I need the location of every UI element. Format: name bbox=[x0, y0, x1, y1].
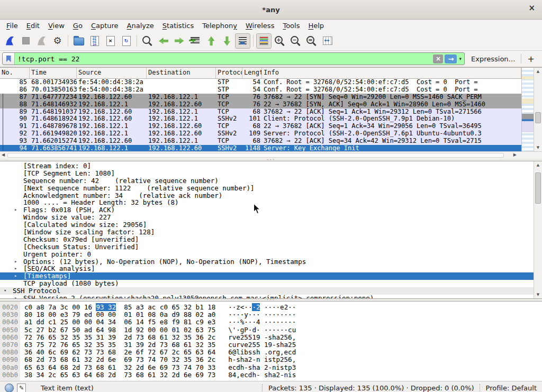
expand-right-icon[interactable]: ▸ bbox=[14, 295, 17, 298]
detail-line[interactable]: Acknowledgment number: 34 (relative ack … bbox=[0, 192, 534, 199]
column-header-info[interactable]: Info bbox=[262, 68, 521, 78]
stop-capture-icon[interactable] bbox=[18, 33, 33, 49]
go-first-icon[interactable] bbox=[203, 33, 219, 49]
filter-clear-icon[interactable]: × bbox=[433, 54, 443, 63]
resize-columns-icon[interactable] bbox=[320, 33, 335, 49]
display-filter-input[interactable]: !tcp.port == 22 × → ▾ bbox=[2, 52, 465, 65]
menu-help[interactable]: Help bbox=[304, 22, 328, 30]
start-capture-icon[interactable] bbox=[2, 33, 17, 49]
detail-line[interactable]: [TCP Segment Len: 1080] bbox=[0, 170, 534, 177]
column-header-length[interactable]: Length bbox=[242, 68, 262, 78]
detail-line[interactable]: ▸SSH Version 2 (encryption:chacha20-poly… bbox=[0, 295, 534, 298]
hex-line[interactable]: 008036 40 6c 69 62 73 73 68 2e 6f 72 67 … bbox=[0, 349, 542, 356]
open-file-icon[interactable] bbox=[71, 33, 86, 49]
hex-line[interactable]: 00505c 27 b2 67 50 ad 64 98 1d 92 00 00 … bbox=[0, 326, 542, 334]
hex-line[interactable]: 003080 18 00 e3 79 ed 00 00 01 01 08 0a … bbox=[0, 311, 542, 318]
expression-button[interactable]: Expression… bbox=[465, 55, 521, 63]
packet-row[interactable]: 9271.661949820192.168.122.1192.168.122.6… bbox=[0, 130, 521, 138]
filter-dropdown-icon[interactable]: ▾ bbox=[458, 56, 464, 61]
zoom-in-icon[interactable]: + bbox=[272, 33, 287, 49]
go-forward-icon[interactable] bbox=[171, 33, 187, 49]
scroll-up-icon[interactable]: ▲ bbox=[534, 69, 542, 74]
packet-row[interactable]: 9471.663856741192.168.122.1192.168.122.6… bbox=[0, 145, 521, 151]
packet-row[interactable]: 9171.648789678192.168.122.1192.168.122.6… bbox=[0, 123, 521, 130]
scroll-right-icon[interactable]: ▶ bbox=[513, 152, 517, 157]
menu-capture[interactable]: Capture bbox=[87, 22, 123, 30]
hex-line[interactable]: 00a065 63 64 68 2d 73 68 61 32 2d 6e 69 … bbox=[0, 364, 542, 371]
detail-line[interactable]: 1000 .... = Header Length: 32 bytes (8) bbox=[0, 199, 534, 206]
detail-line[interactable]: [Checksum Status: Unverified] bbox=[0, 243, 534, 251]
packet-row[interactable]: 9071.648618924192.168.122.60192.168.122.… bbox=[0, 115, 521, 123]
column-header-protocol[interactable]: Protocol bbox=[216, 68, 242, 78]
zoom-out-icon[interactable]: − bbox=[288, 33, 303, 49]
capture-options-icon[interactable]: ⚙ bbox=[50, 33, 65, 49]
menu-analyze[interactable]: Analyze bbox=[123, 22, 158, 30]
reload-file-icon[interactable]: ↻ bbox=[119, 33, 134, 49]
hex-line[interactable]: 006072 76 65 32 35 35 31 39 2d 73 68 61 … bbox=[0, 334, 542, 341]
detail-line[interactable]: [Next sequence number: 1122 (relative se… bbox=[0, 185, 534, 192]
menu-go[interactable]: Go bbox=[69, 22, 87, 30]
filter-add-button[interactable]: + bbox=[521, 54, 539, 64]
detail-line[interactable]: ▸[Timestamps] bbox=[0, 272, 534, 280]
scroll-thumb[interactable] bbox=[535, 172, 541, 204]
column-header-no[interactable]: No. bbox=[0, 68, 30, 78]
save-file-icon[interactable]: 0101 0110 bbox=[87, 33, 102, 49]
profile-text[interactable]: Profile: Default bbox=[486, 384, 542, 392]
column-header-source[interactable]: Source bbox=[77, 68, 147, 78]
close-icon[interactable]: × bbox=[528, 4, 535, 12]
expand-right-icon[interactable]: ▸ bbox=[14, 265, 17, 272]
detail-line[interactable]: Urgent pointer: 0 bbox=[0, 251, 534, 258]
colorize-icon[interactable] bbox=[256, 33, 272, 49]
scroll-down-icon[interactable]: ▼ bbox=[534, 293, 542, 297]
scroll-up-icon[interactable]: ▲ bbox=[534, 163, 542, 167]
expand-right-icon[interactable]: ▸ bbox=[14, 258, 17, 266]
detail-scrollbar[interactable]: ▲ ▼ bbox=[534, 161, 542, 298]
hex-line[interactable]: 0020c0 a8 7a 3c 00 16 93 32 85 a3 ac c0 … bbox=[0, 304, 542, 311]
expand-down-icon[interactable]: ▾ bbox=[4, 287, 6, 295]
detail-line[interactable]: [Stream index: 0] bbox=[0, 162, 534, 170]
menu-tools[interactable]: Tools bbox=[278, 22, 304, 30]
expert-info-icon[interactable] bbox=[5, 384, 14, 392]
detail-line[interactable]: Sequence number: 42 (relative sequence n… bbox=[0, 177, 534, 185]
auto-scroll-icon[interactable] bbox=[235, 33, 250, 49]
go-back-icon[interactable] bbox=[156, 33, 171, 49]
packet-row[interactable]: 8670.013850163fe:54:00:d4:38:2aSTP54Conf… bbox=[0, 86, 521, 94]
detail-line[interactable]: ▸Flags: 0x018 (PSH, ACK) bbox=[0, 206, 534, 214]
menu-file[interactable]: File bbox=[2, 22, 22, 30]
packet-list-hscrollbar[interactable]: ◀ ▶ bbox=[0, 151, 542, 159]
expand-right-icon[interactable]: ▸ bbox=[14, 272, 17, 280]
go-to-packet-icon[interactable] bbox=[187, 33, 203, 49]
menu-edit[interactable]: Edit bbox=[22, 22, 44, 30]
hex-line[interactable]: 0040a1 dd c1 25 00 00 04 34 06 14 f5 e8 … bbox=[0, 318, 542, 326]
hscroll-thumb[interactable] bbox=[7, 153, 504, 158]
scroll-thumb[interactable] bbox=[535, 112, 541, 123]
restart-capture-icon[interactable] bbox=[34, 33, 49, 49]
hex-line[interactable]: 009068 2d 73 68 61 32 2d 6e 69 73 74 70 … bbox=[0, 356, 542, 363]
go-last-icon[interactable] bbox=[219, 33, 234, 49]
menu-view[interactable]: View bbox=[44, 22, 69, 30]
packet-row[interactable]: 8971.648191037192.168.122.60192.168.122.… bbox=[0, 108, 521, 116]
detail-line[interactable]: [Window size scaling factor: 128] bbox=[0, 229, 534, 236]
packet-row[interactable]: 9371.662015274192.168.122.60192.168.122.… bbox=[0, 138, 521, 145]
hex-line[interactable]: 007063 75 72 76 65 32 35 35 31 39 2d 73 … bbox=[0, 341, 542, 349]
titlebar[interactable]: *any × bbox=[0, 0, 542, 20]
expand-right-icon[interactable]: ▸ bbox=[14, 206, 17, 214]
detail-line[interactable]: ▸[SEQ/ACK analysis] bbox=[0, 265, 534, 272]
hex-line[interactable]: 00b038 34 2c 65 63 64 68 2d 73 68 61 32 … bbox=[0, 371, 542, 379]
zoom-100-icon[interactable]: = bbox=[304, 33, 319, 49]
packet-row[interactable]: 8871.648146932192.168.122.1192.168.122.6… bbox=[0, 101, 521, 108]
capture-comment-icon[interactable]: ✎ bbox=[17, 384, 26, 392]
detail-line[interactable]: ▾SSH Protocol bbox=[0, 287, 534, 295]
menu-wireless[interactable]: Wireless bbox=[241, 22, 278, 30]
column-header-destination[interactable]: Destination bbox=[147, 68, 216, 78]
packet-row[interactable]: 8771.647777234192.168.122.60192.168.122.… bbox=[0, 94, 521, 101]
detail-line[interactable]: TCP payload (1080 bytes) bbox=[0, 280, 534, 287]
column-header-time[interactable]: Time bbox=[30, 68, 77, 78]
filter-bookmark-button[interactable] bbox=[3, 53, 15, 65]
detail-line[interactable]: Checksum: 0x79ed [unverified] bbox=[0, 236, 534, 243]
close-file-icon[interactable]: × bbox=[103, 33, 118, 49]
packet-row[interactable]: 8568.001734936fe:54:00:d4:38:2aSTP54Conf… bbox=[0, 79, 521, 86]
packet-list-minimap[interactable] bbox=[521, 68, 534, 151]
menu-telephony[interactable]: Telephony bbox=[198, 22, 241, 30]
scroll-left-icon[interactable]: ◀ bbox=[2, 152, 5, 157]
